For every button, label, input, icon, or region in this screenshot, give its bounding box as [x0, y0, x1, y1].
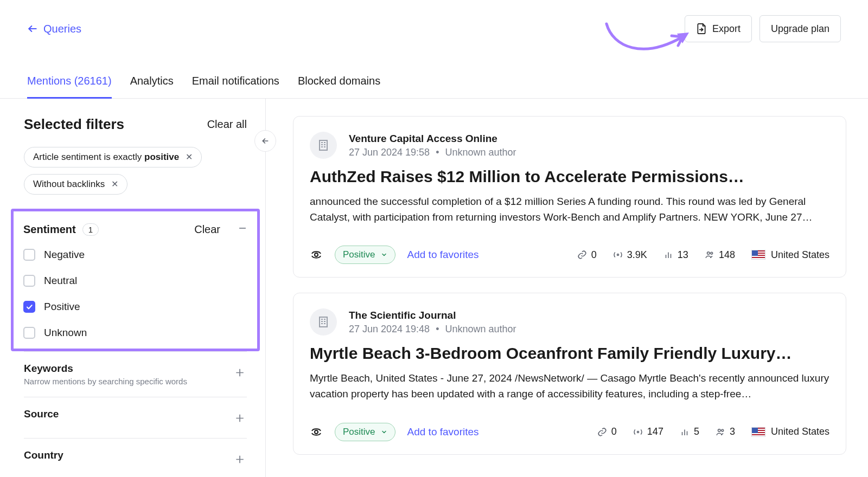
keywords-filter-section[interactable]: Keywords Narrow mentions by searching sp… — [24, 351, 247, 397]
sentiment-title: Sentiment — [23, 223, 76, 236]
stat-authors: 3 — [716, 426, 735, 437]
svg-point-18 — [711, 253, 713, 255]
plus-icon: ＋ — [233, 363, 247, 382]
sentiment-option-neutral[interactable]: Neutral — [23, 275, 247, 287]
stat-traffic: 13 — [663, 249, 688, 261]
filter-chip-sentiment: Article sentiment is exactly positive ✕ — [24, 147, 202, 167]
arrow-left-icon — [261, 137, 270, 145]
sentiment-pill[interactable]: Positive — [335, 423, 395, 441]
publisher-name[interactable]: The Scientific Journal — [349, 310, 516, 321]
sentiment-option-negative[interactable]: Negative — [23, 249, 247, 261]
bar-chart-icon — [663, 250, 673, 260]
checkbox-icon — [23, 327, 35, 339]
chevron-down-icon — [381, 252, 387, 258]
file-export-icon — [696, 22, 707, 35]
upgrade-plan-button[interactable]: Upgrade plan — [760, 15, 841, 42]
link-icon — [597, 427, 607, 437]
stat-country: United States — [751, 249, 829, 261]
svg-point-26 — [315, 430, 318, 434]
tab-analytics[interactable]: Analytics — [130, 75, 174, 98]
svg-point-32 — [722, 429, 724, 431]
sentiment-option-unknown[interactable]: Unknown — [23, 327, 247, 339]
chip-text: Without backlinks — [33, 179, 105, 190]
option-label: Negative — [44, 249, 85, 261]
stat-traffic: 5 — [680, 426, 699, 437]
link-icon — [577, 250, 587, 260]
stat-authors: 148 — [705, 249, 735, 261]
sentiment-filter-group: Sentiment 1 Clear Negative Neutral — [11, 209, 260, 351]
results-list: Venture Capital Access Online 27 Jun 202… — [266, 99, 868, 477]
stat-country: United States — [751, 426, 829, 437]
stat-reach: 3.9K — [613, 249, 647, 261]
add-to-favorites-button[interactable]: Add to favorites — [407, 249, 479, 261]
source-filter-section[interactable]: Source ＋ — [24, 397, 247, 438]
chip-value: positive — [144, 152, 179, 162]
collapse-sidebar-button[interactable] — [254, 130, 276, 152]
country-filter-section[interactable]: Country ＋ — [24, 438, 247, 477]
chip-text: Article sentiment is exactly — [33, 152, 144, 162]
people-icon — [716, 427, 725, 437]
sentiment-collapse-button[interactable] — [238, 223, 247, 236]
article-title[interactable]: Myrtle Beach 3-Bedroom Oceanfront Family… — [310, 343, 829, 364]
svg-point-27 — [637, 431, 639, 433]
tab-mentions[interactable]: Mentions (26161) — [27, 75, 112, 99]
export-button[interactable]: Export — [685, 15, 752, 42]
chevron-down-icon — [381, 429, 387, 435]
stat-value: 13 — [678, 249, 688, 261]
publish-date: 27 Jun 2024 19:48 — [349, 324, 430, 334]
stat-value: 148 — [719, 249, 735, 261]
publisher-avatar — [310, 308, 337, 336]
option-label: Unknown — [44, 327, 87, 339]
article-excerpt: Myrtle Beach, United States - June 27, 2… — [310, 370, 829, 402]
flag-us-icon — [751, 427, 765, 437]
svg-point-17 — [707, 252, 710, 255]
svg-point-13 — [617, 254, 618, 256]
tab-email-notifications[interactable]: Email notifications — [192, 75, 279, 98]
sentiment-clear-button[interactable]: Clear — [194, 223, 220, 236]
chip-remove-button[interactable]: ✕ — [186, 153, 193, 162]
sentiment-label: Positive — [343, 249, 375, 260]
article-excerpt: announced the successful completion of a… — [310, 194, 829, 225]
svg-point-31 — [718, 429, 720, 432]
sentiment-count: 1 — [82, 223, 99, 236]
tabs: Mentions (26161) Analytics Email notific… — [0, 42, 868, 99]
stat-value: 0 — [611, 426, 617, 437]
author-name: Unknown author — [445, 324, 516, 334]
checkbox-checked-icon — [23, 301, 35, 313]
mention-card: Venture Capital Access Online 27 Jun 202… — [293, 116, 846, 278]
stat-value: 147 — [647, 426, 663, 437]
plus-icon: ＋ — [233, 449, 247, 468]
sentiment-pill[interactable]: Positive — [335, 246, 395, 264]
filters-sidebar: Selected filters Clear all Article senti… — [0, 99, 266, 477]
stat-links: 0 — [597, 426, 617, 437]
stat-value: 0 — [591, 249, 597, 261]
people-icon — [705, 250, 714, 260]
stat-value: 3.9K — [627, 249, 647, 261]
signal-icon — [613, 250, 623, 260]
bar-chart-icon — [680, 427, 690, 437]
checkbox-icon — [23, 275, 35, 287]
section-title: Keywords — [24, 363, 187, 375]
building-icon — [317, 315, 330, 328]
plus-icon: ＋ — [233, 408, 247, 427]
svg-point-12 — [315, 253, 318, 256]
add-to-favorites-button[interactable]: Add to favorites — [407, 426, 479, 438]
sentiment-option-positive[interactable]: Positive — [23, 301, 247, 313]
web-icon — [310, 248, 323, 261]
tab-blocked-domains[interactable]: Blocked domains — [298, 75, 380, 98]
author-name: Unknown author — [445, 147, 516, 158]
clear-all-button[interactable]: Clear all — [207, 118, 247, 131]
option-label: Neutral — [44, 275, 77, 287]
stat-value: 3 — [730, 426, 735, 437]
stat-value: 5 — [694, 426, 699, 437]
country-label: United States — [771, 249, 829, 261]
upgrade-label: Upgrade plan — [771, 23, 829, 35]
chip-remove-button[interactable]: ✕ — [111, 180, 118, 189]
minus-icon — [238, 223, 247, 233]
back-link[interactable]: Queries — [27, 23, 81, 35]
signal-icon — [633, 427, 643, 437]
publisher-name[interactable]: Venture Capital Access Online — [349, 133, 516, 145]
filter-chip-backlinks: Without backlinks ✕ — [24, 174, 127, 195]
article-title[interactable]: AuthZed Raises $12 Million to Accelerate… — [310, 166, 829, 187]
arrow-left-icon — [27, 23, 38, 34]
